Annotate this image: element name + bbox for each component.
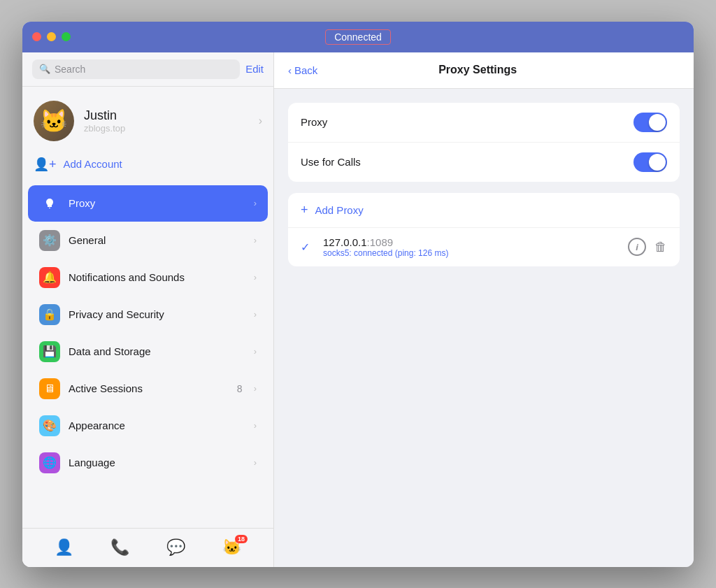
tab-calls[interactable]: 📞 [103, 533, 138, 561]
privacy-icon: 🔒 [39, 304, 60, 325]
contacts-tab-icon: 👤 [55, 538, 73, 557]
sessions-badge: 8 [237, 383, 243, 394]
proxy-toggle-row: Proxy [288, 103, 680, 142]
chats-tab-icon: 💬 [166, 538, 185, 557]
calls-toggle-row: Use for Calls [288, 142, 680, 182]
proxy-entry-row: ✓ 127.0.0.1:1089 socks5: connected (ping… [288, 228, 680, 266]
add-proxy-plus-icon: + [301, 203, 308, 217]
proxy-status: socks5: connected (ping: 126 ms) [323, 248, 620, 258]
main-body: Proxy Use for Calls + [274, 89, 694, 567]
connection-status: Connected [325, 29, 391, 45]
calls-toggle[interactable] [633, 152, 667, 172]
sidebar-item-proxy[interactable]: Proxy › [28, 185, 268, 222]
proxy-list-card: + Add Proxy ✓ 127.0.0.1:1089 socks5: con… [288, 193, 680, 266]
add-account-icon: 👤+ [34, 157, 57, 172]
sidebar-item-data[interactable]: 💾 Data and Storage › [28, 334, 268, 370]
content-area: 🔍 Search Edit 🐱 Justin zblogs.top › 👤+ [22, 52, 694, 567]
sidebar-item-sessions[interactable]: 🖥 Active Sessions 8 › [28, 371, 268, 407]
avatar: 🐱 [34, 101, 74, 141]
add-proxy-button[interactable]: + Add Proxy [288, 193, 680, 228]
minimize-button[interactable] [47, 32, 56, 41]
sidebar: 🔍 Search Edit 🐱 Justin zblogs.top › 👤+ [22, 52, 274, 567]
sidebar-item-proxy-label: Proxy [69, 197, 245, 209]
edit-button[interactable]: Edit [245, 63, 264, 75]
sidebar-item-data-label: Data and Storage [69, 345, 245, 357]
sidebar-item-general-label: General [69, 234, 245, 246]
proxy-delete-button[interactable]: 🗑 [654, 240, 667, 254]
data-icon: 💾 [39, 341, 60, 362]
avatar-image: 🐱 [40, 110, 68, 132]
language-icon: 🌐 [39, 452, 60, 473]
tab-chats[interactable]: 💬 [158, 533, 193, 561]
sidebar-menu: Proxy › ⚙️ General › 🔔 Notifications and… [22, 185, 273, 528]
proxy-toggle-label: Proxy [301, 116, 625, 128]
appearance-chevron-icon: › [254, 420, 257, 431]
notifications-chevron-icon: › [254, 272, 257, 282]
add-proxy-label: Add Proxy [315, 204, 364, 216]
back-button[interactable]: ‹ Back [288, 64, 317, 76]
tab-contacts[interactable]: 👤 [47, 533, 82, 561]
sidebar-item-privacy[interactable]: 🔒 Privacy and Security › [28, 296, 268, 333]
profile-chevron-icon: › [259, 115, 262, 127]
back-chevron-icon: ‹ [288, 64, 292, 76]
tab-settings[interactable]: 🐱 18 [214, 533, 249, 561]
calls-tab-icon: 📞 [110, 538, 129, 557]
sidebar-item-appearance[interactable]: 🎨 Appearance › [28, 408, 268, 444]
proxy-info-button[interactable]: i [628, 238, 646, 256]
sidebar-item-general[interactable]: ⚙️ General › [28, 222, 268, 259]
add-account-label: Add Account [64, 158, 122, 170]
profile-name: Justin [84, 108, 125, 123]
app-window: Connected 🔍 Search Edit 🐱 Justin zblogs.… [22, 22, 694, 567]
appearance-icon: 🎨 [39, 415, 60, 436]
proxy-address: 127.0.0.1:1089 [323, 236, 620, 248]
general-chevron-icon: › [254, 235, 257, 245]
settings-badge: 18 [235, 535, 248, 543]
proxy-info: 127.0.0.1:1089 socks5: connected (ping: … [323, 236, 620, 258]
calls-toggle-label: Use for Calls [301, 156, 625, 168]
page-title: Proxy Settings [317, 64, 638, 76]
main-header: ‹ Back Proxy Settings [274, 52, 694, 89]
sidebar-item-appearance-label: Appearance [69, 420, 245, 431]
back-label: Back [294, 64, 317, 76]
sidebar-item-language-label: Language [69, 457, 245, 468]
proxy-toggle[interactable] [633, 113, 667, 132]
general-icon: ⚙️ [39, 230, 60, 251]
sidebar-item-notifications[interactable]: 🔔 Notifications and Sounds › [28, 259, 268, 296]
close-button[interactable] [32, 32, 41, 41]
notifications-icon: 🔔 [39, 267, 60, 288]
sessions-icon: 🖥 [39, 378, 60, 399]
main-content: ‹ Back Proxy Settings Proxy Use f [274, 52, 694, 567]
privacy-chevron-icon: › [254, 309, 257, 320]
sidebar-item-notifications-label: Notifications and Sounds [69, 271, 245, 283]
calls-toggle-knob [649, 154, 666, 171]
language-chevron-icon: › [254, 457, 257, 468]
bottom-tabs: 👤 📞 💬 🐱 18 [22, 528, 273, 567]
proxy-check-icon: ✓ [301, 241, 315, 254]
sidebar-item-sessions-label: Active Sessions [69, 382, 229, 394]
search-placeholder: Search [55, 64, 85, 75]
sidebar-search-bar: 🔍 Search Edit [22, 52, 273, 87]
proxy-chevron-icon: › [254, 198, 257, 208]
profile-watermark: zblogs.top [84, 123, 125, 134]
sessions-chevron-icon: › [254, 383, 257, 394]
titlebar: Connected [22, 22, 694, 52]
sidebar-item-privacy-label: Privacy and Security [69, 308, 245, 320]
profile-section[interactable]: 🐱 Justin zblogs.top › [22, 87, 273, 150]
search-input-box[interactable]: 🔍 Search [32, 59, 240, 79]
sidebar-item-language[interactable]: 🌐 Language › [28, 445, 268, 481]
proxy-toggles-card: Proxy Use for Calls [288, 103, 680, 182]
maximize-button[interactable] [62, 32, 71, 41]
traffic-lights [32, 32, 71, 41]
profile-info: Justin zblogs.top [84, 108, 125, 134]
proxy-actions: i 🗑 [628, 238, 667, 256]
add-account-button[interactable]: 👤+ Add Account [22, 150, 273, 185]
toggle-knob [649, 114, 666, 131]
proxy-icon [39, 193, 60, 214]
data-chevron-icon: › [254, 346, 257, 357]
search-icon: 🔍 [39, 64, 50, 74]
